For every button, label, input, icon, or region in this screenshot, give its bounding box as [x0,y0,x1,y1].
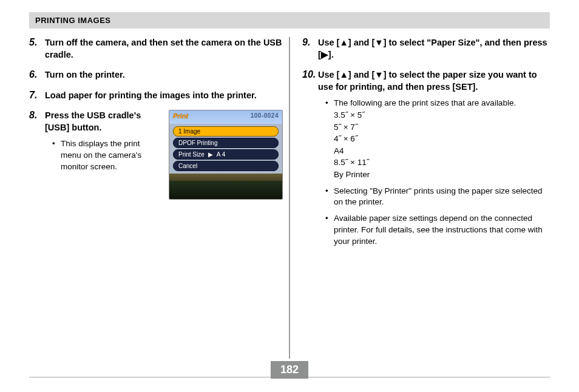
step-number: 5. [29,37,45,61]
print-size: 3.5˝ × 5˝ [334,109,550,121]
step-title: Turn off the camera, and then set the ca… [45,37,283,61]
right-column: 9. Use [▲] and [▼] to select "Paper Size… [290,37,550,359]
left-column: 5. Turn off the camera, and then set the… [29,37,289,359]
page-number: 182 [271,361,308,379]
step-title: Load paper for printing the images into … [45,90,283,102]
step-number: 8. [29,110,45,200]
print-size: 4˝ × 6˝ [334,133,550,145]
print-size: By Printer [334,169,550,181]
step-6: 6. Turn on the printer. [29,69,283,81]
step-9: 9. Use [▲] and [▼] to select "Paper Size… [302,37,550,61]
step-title: Use [▲] and [▼] to select the paper size… [318,69,550,93]
step-7: 7. Load paper for printing the images in… [29,90,283,102]
step-bullet: The following are the print sizes that a… [325,98,550,180]
section-header: PRINTING IMAGES [29,12,550,29]
lcd-file-number: 100-0024 [251,112,279,119]
bullet-intro: The following are the print sizes that a… [334,98,516,107]
step-bullet: This displays the print menu on the came… [52,138,159,173]
lcd-menu-item-print-size: Print Size ▶ A 4 [173,149,279,160]
print-size: A4 [334,145,550,157]
lcd-row-value: A 4 [217,151,225,158]
lcd-title: Print [173,112,188,120]
triangle-right-icon: ▶ [208,151,213,158]
step-number: 6. [29,69,45,81]
lcd-row-label: Print Size [178,151,205,158]
page: PRINTING IMAGES 5. Turn off the camera, … [0,0,579,392]
step-title: Use [▲] and [▼] to select "Paper Size", … [318,37,550,61]
lcd-menu: 1 Image DPOF Printing Print Size ▶ A 4 C… [169,124,282,174]
page-footer: 182 [29,377,550,377]
lcd-background-image [169,174,282,199]
step-number: 9. [302,37,318,61]
step-10: 10. Use [▲] and [▼] to select the paper … [302,69,550,252]
step-5: 5. Turn off the camera, and then set the… [29,37,283,61]
camera-lcd-screenshot: Print 100-0024 1 Image DPOF Printing Pri… [169,110,283,200]
print-sizes-list: 3.5˝ × 5˝ 5˝ × 7˝ 4˝ × 6˝ A4 8.5˝ × 11˝ … [334,109,550,180]
lcd-menu-item-selected: 1 Image [173,126,279,137]
two-column-layout: 5. Turn off the camera, and then set the… [29,37,550,359]
print-size: 5˝ × 7˝ [334,121,550,133]
step-8: 8. Press the USB cradle's [USB] button. … [29,110,283,200]
lcd-menu-item: DPOF Printing [173,138,279,148]
step-number: 10. [302,69,318,252]
step-bullet: Selecting "By Printer" prints using the … [325,186,550,209]
step-title: Press the USB cradle's [USB] button. [45,110,159,133]
step-title: Turn on the printer. [45,69,283,81]
step-bullet: Available paper size settings depend on … [325,213,550,248]
print-size: 8.5˝ × 11˝ [334,157,550,169]
step-number: 7. [29,90,45,102]
lcd-menu-item: Cancel [173,161,279,171]
